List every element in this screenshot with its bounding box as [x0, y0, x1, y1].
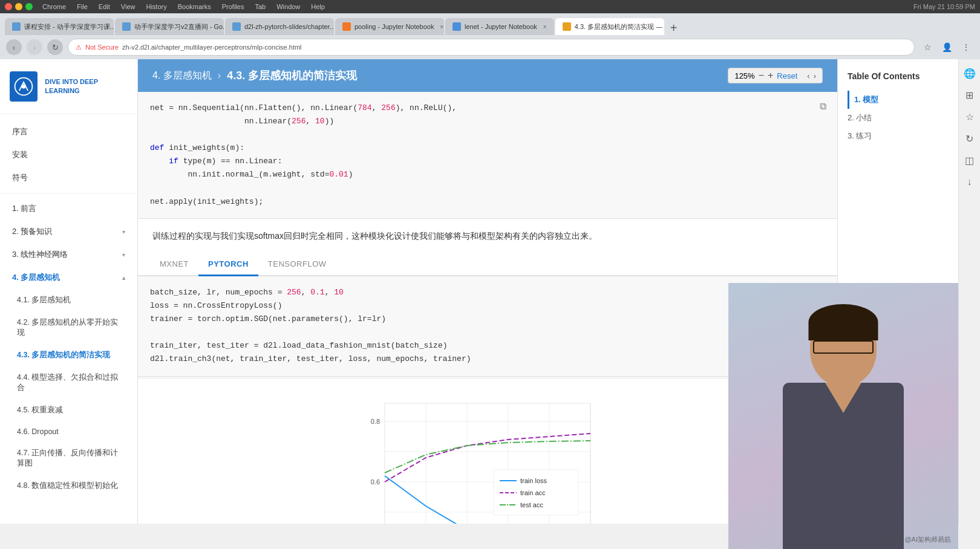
sidebar-item-install[interactable]: 安装: [0, 143, 137, 166]
tab-6[interactable]: 4.3. 多层感知机的简洁实现 — ... ×: [555, 18, 664, 35]
sidebar-item-preface[interactable]: 序言: [0, 120, 137, 143]
toc-item-2[interactable]: 2. 小结: [848, 109, 949, 127]
training-chart: 0.4 0.6 0.8 2 4 6 8 10 epoch: [361, 391, 615, 524]
settings-button[interactable]: ⋮: [958, 39, 974, 55]
sidebar-item-mlp-45[interactable]: 4.5. 权重衰减: [0, 399, 137, 421]
tab-icon-4: [342, 22, 351, 31]
breadcrumb-header: 4. 多层感知机 › 4.3. 多层感知机的简洁实现 125% − + Rese…: [138, 59, 837, 92]
new-tab-button[interactable]: +: [665, 21, 682, 35]
tab-label-4: pooling - Jupyter Notebook: [354, 23, 434, 30]
sidebar-item-intro[interactable]: 1. 前言: [0, 197, 137, 220]
close-dot[interactable]: [5, 3, 12, 10]
menu-bookmarks[interactable]: Bookmarks: [178, 3, 211, 10]
translate-icon[interactable]: 🌐: [961, 64, 979, 82]
menu-chrome[interactable]: Chrome: [42, 3, 66, 10]
sidebar-item-mlp-46[interactable]: 4.6. Dropout: [0, 421, 137, 442]
right-arrow-icon[interactable]: ›: [814, 71, 816, 80]
menu-window[interactable]: Window: [276, 3, 300, 10]
download-icon[interactable]: ↓: [961, 173, 979, 191]
reload-button[interactable]: ↻: [47, 39, 63, 55]
tab-pytorch[interactable]: PYTORCH: [198, 253, 258, 276]
svg-point-1: [21, 84, 25, 88]
sidebar-item-notation[interactable]: 符号: [0, 166, 137, 189]
not-secure-label: Not Secure: [85, 44, 119, 51]
minimize-dot[interactable]: [15, 3, 22, 10]
sidebar-item-prereq[interactable]: 2. 预备知识 ▾: [0, 220, 137, 243]
sidebar-item-mlp-41[interactable]: 4.1. 多层感知机: [0, 289, 137, 311]
star-icon[interactable]: ☆: [961, 108, 979, 126]
tab-icon-3: [232, 22, 241, 31]
tab-label-5: lenet - Jupyter Notebook: [465, 23, 537, 30]
window-controls[interactable]: [5, 3, 33, 10]
toc-title: Table Of Contents: [848, 71, 949, 81]
menu-tab[interactable]: Tab: [255, 3, 266, 10]
breadcrumb-separator: ›: [218, 70, 221, 81]
zoom-in-button[interactable]: +: [768, 70, 773, 81]
sidebar-item-linear[interactable]: 3. 线性神经网络 ▾: [0, 243, 137, 266]
tab-icon-2: [122, 22, 131, 31]
apps-icon[interactable]: ⊞: [961, 86, 979, 104]
left-arrow-icon[interactable]: ‹: [807, 71, 809, 80]
menu-help[interactable]: Help: [311, 3, 325, 10]
copy-button-1[interactable]: ⧉: [814, 98, 831, 115]
refresh-icon[interactable]: ↻: [961, 129, 979, 148]
sidebar-item-mlp-42[interactable]: 4.2. 多层感知机的从零开始实现: [0, 311, 137, 344]
toc-item-3[interactable]: 3. 练习: [848, 127, 949, 145]
tab-mxnet[interactable]: MXNET: [150, 253, 198, 276]
sidebar-item-mlp-43[interactable]: 4.3. 多层感知机的简洁实现: [0, 344, 137, 366]
person-background: CSDN @AI架构师易筋: [728, 283, 958, 524]
tab-label-2: 动手学深度学习v2直播间 - Go...: [134, 22, 224, 31]
breadcrumb-parent[interactable]: 4. 多层感知机: [152, 70, 212, 82]
forward-button[interactable]: ›: [27, 39, 42, 55]
tab-close-5[interactable]: ×: [543, 24, 547, 30]
bookmark-button[interactable]: ☆: [920, 39, 935, 55]
url-text: zh-v2.d2l.ai/chapter_multilayer-perceptr…: [122, 44, 302, 51]
address-bar: ‹ › ↻ ⚠ Not Secure zh-v2.d2l.ai/chapter_…: [0, 35, 980, 59]
tab-close-4[interactable]: ×: [440, 24, 443, 30]
svg-text:train loss: train loss: [520, 477, 547, 484]
sidebar-item-mlp-48[interactable]: 4.8. 数值稳定性和模型初始化: [0, 475, 137, 497]
zoom-out-button[interactable]: −: [759, 70, 764, 81]
chevron-up-icon: ▴: [122, 274, 125, 281]
tab-4[interactable]: pooling - Jupyter Notebook ×: [335, 18, 444, 35]
tab-label-6: 4.3. 多层感知机的简洁实现 — ...: [575, 22, 664, 31]
sidebar-icon[interactable]: ◫: [961, 151, 979, 169]
sidebar: DIVE INTO DEEP LEARNING 序言 安装 符号 1. 前言 2…: [0, 59, 138, 524]
tab-3[interactable]: d2l-zh-pytorch-slides/chapter... ×: [225, 18, 334, 35]
toc-item-1[interactable]: 1. 模型: [848, 91, 949, 109]
zoom-level: 125%: [734, 71, 754, 80]
toolbar-right: ☆ 👤 ⋮: [920, 39, 974, 55]
menu-history[interactable]: History: [146, 3, 166, 10]
text-paragraph: 训练过程的实现与我们实现softmax回归时完全相同，这种模块化设计使我们能够将…: [138, 219, 837, 253]
svg-text:train acc: train acc: [520, 489, 546, 496]
menu-edit[interactable]: Edit: [99, 3, 110, 10]
menu-view[interactable]: View: [121, 3, 136, 10]
zoom-reset-button[interactable]: Reset: [777, 71, 797, 80]
zoom-controls: 125% − + Reset ‹ ›: [728, 68, 823, 83]
code-block-1: ⧉ net = nn.Sequential(nn.Flatten(), nn.L…: [138, 92, 837, 219]
profile-button[interactable]: 👤: [939, 39, 955, 55]
back-button[interactable]: ‹: [6, 39, 22, 55]
tab-icon-1: [12, 22, 21, 31]
sidebar-logo: DIVE INTO DEEP LEARNING: [0, 59, 137, 114]
tab-tensorflow[interactable]: TENSORFLOW: [258, 253, 336, 276]
page-layout: DIVE INTO DEEP LEARNING 序言 安装 符号 1. 前言 2…: [0, 59, 980, 524]
menu-file[interactable]: File: [77, 3, 88, 10]
sidebar-item-mlp-44[interactable]: 4.4. 模型选择、欠拟合和过拟合: [0, 366, 137, 399]
menu-profiles[interactable]: Profiles: [222, 3, 244, 10]
right-toolbar: 🌐 ⊞ ☆ ↻ ◫ ↓: [958, 59, 980, 524]
sidebar-item-mlp-47[interactable]: 4.7. 正向传播、反向传播和计算图: [0, 442, 137, 475]
sidebar-item-mlp[interactable]: 4. 多层感知机 ▴: [0, 266, 137, 289]
tab-navigation: MXNET PYTORCH TENSORFLOW: [138, 253, 837, 276]
sidebar-nav: 序言 安装 符号 1. 前言 2. 预备知识 ▾ 3. 线性神经网络 ▾ 4. …: [0, 114, 137, 503]
url-bar[interactable]: ⚠ Not Secure zh-v2.d2l.ai/chapter_multil…: [68, 39, 915, 56]
title-bar: Chrome File Edit View History Bookmarks …: [0, 0, 980, 13]
svg-text:0.8: 0.8: [371, 418, 380, 425]
tab-5[interactable]: lenet - Jupyter Notebook ×: [445, 18, 554, 35]
chart-wrapper: 0.4 0.6 0.8 2 4 6 8 10 epoch: [361, 391, 615, 524]
svg-text:0.6: 0.6: [371, 478, 380, 486]
tab-icon-6: [563, 22, 571, 31]
tab-2[interactable]: 动手学深度学习v2直播间 - Go... ×: [115, 18, 224, 35]
tab-1[interactable]: 课程安排 - 动手学深度学习课... ×: [5, 18, 114, 35]
maximize-dot[interactable]: [25, 3, 33, 10]
